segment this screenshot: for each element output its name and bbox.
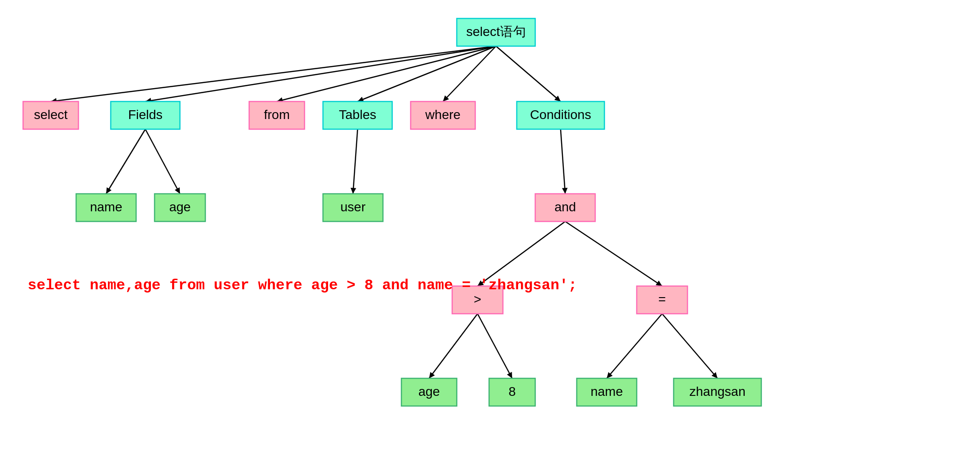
tree-canvas: [0, 0, 980, 454]
sql-statement: select name,age from user where age > 8 …: [28, 277, 577, 294]
